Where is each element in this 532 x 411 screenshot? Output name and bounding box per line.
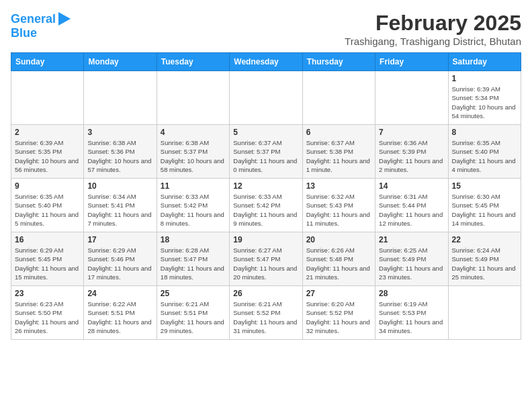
calendar-cell: 16Sunrise: 6:29 AM Sunset: 5:45 PM Dayli… — [11, 232, 84, 286]
cell-day-number: 17 — [87, 235, 152, 244]
cell-day-number: 28 — [379, 289, 444, 298]
logo-arrow-icon — [58, 12, 71, 26]
calendar-cell: 22Sunrise: 6:24 AM Sunset: 5:49 PM Dayli… — [448, 232, 521, 286]
calendar-cell — [448, 286, 521, 340]
calendar-cell: 4Sunrise: 6:38 AM Sunset: 5:37 PM Daylig… — [157, 125, 229, 179]
cell-info-text: Sunrise: 6:19 AM Sunset: 5:53 PM Dayligh… — [379, 300, 444, 335]
cell-day-number: 20 — [306, 235, 371, 244]
calendar-cell: 21Sunrise: 6:25 AM Sunset: 5:49 PM Dayli… — [375, 232, 448, 286]
calendar-week-row: 23Sunrise: 6:23 AM Sunset: 5:50 PM Dayli… — [11, 286, 521, 340]
calendar-cell: 17Sunrise: 6:29 AM Sunset: 5:46 PM Dayli… — [84, 232, 157, 286]
cell-day-number: 18 — [161, 235, 226, 244]
calendar-cell: 19Sunrise: 6:27 AM Sunset: 5:47 PM Dayli… — [230, 232, 302, 286]
cell-day-number: 26 — [233, 289, 298, 298]
calendar-cell: 3Sunrise: 6:38 AM Sunset: 5:36 PM Daylig… — [84, 125, 157, 179]
cell-day-number: 8 — [452, 128, 517, 137]
cell-info-text: Sunrise: 6:32 AM Sunset: 5:43 PM Dayligh… — [306, 192, 371, 228]
cell-info-text: Sunrise: 6:38 AM Sunset: 5:37 PM Dayligh… — [161, 138, 226, 174]
cell-day-number: 10 — [87, 181, 152, 191]
cell-info-text: Sunrise: 6:36 AM Sunset: 5:39 PM Dayligh… — [379, 138, 444, 174]
col-header-sunday: Sunday — [11, 53, 84, 71]
calendar-cell: 7Sunrise: 6:36 AM Sunset: 5:39 PM Daylig… — [375, 125, 448, 179]
cell-day-number: 12 — [233, 181, 298, 191]
cell-info-text: Sunrise: 6:33 AM Sunset: 5:42 PM Dayligh… — [161, 192, 226, 228]
calendar-cell: 28Sunrise: 6:19 AM Sunset: 5:53 PM Dayli… — [375, 286, 448, 340]
calendar-cell: 11Sunrise: 6:33 AM Sunset: 5:42 PM Dayli… — [157, 179, 229, 232]
cell-day-number: 9 — [15, 181, 80, 191]
calendar-title: February 2025 — [345, 11, 521, 36]
cell-info-text: Sunrise: 6:37 AM Sunset: 5:38 PM Dayligh… — [306, 138, 371, 174]
calendar-subtitle: Trashigang, Trashigang District, Bhutan — [345, 36, 521, 47]
cell-info-text: Sunrise: 6:20 AM Sunset: 5:52 PM Dayligh… — [306, 300, 371, 335]
logo: General Blue — [11, 11, 71, 40]
logo-blue-text: Blue — [11, 27, 37, 40]
calendar-header-row: SundayMondayTuesdayWednesdayThursdayFrid… — [11, 53, 521, 71]
page-header: General Blue February 2025 Trashigang, T… — [11, 11, 521, 47]
cell-info-text: Sunrise: 6:39 AM Sunset: 5:35 PM Dayligh… — [15, 138, 80, 174]
cell-day-number: 6 — [306, 128, 371, 137]
col-header-thursday: Thursday — [302, 53, 375, 71]
cell-info-text: Sunrise: 6:35 AM Sunset: 5:40 PM Dayligh… — [452, 138, 517, 174]
cell-day-number: 22 — [452, 235, 517, 244]
calendar-cell — [11, 71, 84, 125]
calendar-cell: 26Sunrise: 6:21 AM Sunset: 5:52 PM Dayli… — [230, 286, 302, 340]
cell-day-number: 25 — [161, 289, 226, 298]
cell-info-text: Sunrise: 6:34 AM Sunset: 5:41 PM Dayligh… — [87, 192, 152, 228]
cell-day-number: 19 — [233, 235, 298, 244]
calendar-cell — [84, 71, 157, 125]
calendar-cell: 2Sunrise: 6:39 AM Sunset: 5:35 PM Daylig… — [11, 125, 84, 179]
cell-day-number: 15 — [452, 181, 517, 191]
cell-info-text: Sunrise: 6:23 AM Sunset: 5:50 PM Dayligh… — [15, 300, 80, 335]
cell-day-number: 27 — [306, 289, 371, 298]
cell-info-text: Sunrise: 6:33 AM Sunset: 5:42 PM Dayligh… — [233, 192, 298, 228]
calendar-week-row: 9Sunrise: 6:35 AM Sunset: 5:40 PM Daylig… — [11, 179, 521, 232]
cell-info-text: Sunrise: 6:22 AM Sunset: 5:51 PM Dayligh… — [87, 300, 152, 335]
logo-text: General — [11, 13, 56, 26]
cell-info-text: Sunrise: 6:25 AM Sunset: 5:49 PM Dayligh… — [379, 246, 444, 281]
cell-info-text: Sunrise: 6:35 AM Sunset: 5:40 PM Dayligh… — [15, 192, 80, 228]
calendar-cell: 5Sunrise: 6:37 AM Sunset: 5:37 PM Daylig… — [230, 125, 302, 179]
calendar-week-row: 1Sunrise: 6:39 AM Sunset: 5:34 PM Daylig… — [11, 71, 521, 125]
calendar-cell — [230, 71, 302, 125]
calendar-cell: 14Sunrise: 6:31 AM Sunset: 5:44 PM Dayli… — [375, 179, 448, 232]
calendar-cell: 18Sunrise: 6:28 AM Sunset: 5:47 PM Dayli… — [157, 232, 229, 286]
calendar-week-row: 16Sunrise: 6:29 AM Sunset: 5:45 PM Dayli… — [11, 232, 521, 286]
calendar-cell: 10Sunrise: 6:34 AM Sunset: 5:41 PM Dayli… — [84, 179, 157, 232]
cell-day-number: 16 — [15, 235, 80, 244]
cell-info-text: Sunrise: 6:26 AM Sunset: 5:48 PM Dayligh… — [306, 246, 371, 281]
cell-day-number: 4 — [161, 128, 226, 137]
cell-info-text: Sunrise: 6:37 AM Sunset: 5:37 PM Dayligh… — [233, 138, 298, 174]
calendar-cell: 20Sunrise: 6:26 AM Sunset: 5:48 PM Dayli… — [302, 232, 375, 286]
cell-day-number: 11 — [161, 181, 226, 191]
cell-day-number: 7 — [379, 128, 444, 137]
calendar-cell — [302, 71, 375, 125]
cell-day-number: 24 — [87, 289, 152, 298]
cell-info-text: Sunrise: 6:27 AM Sunset: 5:47 PM Dayligh… — [233, 246, 298, 281]
calendar-cell — [157, 71, 229, 125]
calendar-cell — [375, 71, 448, 125]
calendar-cell: 13Sunrise: 6:32 AM Sunset: 5:43 PM Dayli… — [302, 179, 375, 232]
calendar-table: SundayMondayTuesdayWednesdayThursdayFrid… — [11, 52, 521, 340]
calendar-cell: 24Sunrise: 6:22 AM Sunset: 5:51 PM Dayli… — [84, 286, 157, 340]
col-header-saturday: Saturday — [448, 53, 521, 71]
calendar-cell: 25Sunrise: 6:21 AM Sunset: 5:51 PM Dayli… — [157, 286, 229, 340]
calendar-cell: 6Sunrise: 6:37 AM Sunset: 5:38 PM Daylig… — [302, 125, 375, 179]
cell-day-number: 2 — [15, 128, 80, 137]
col-header-monday: Monday — [84, 53, 157, 71]
calendar-cell: 9Sunrise: 6:35 AM Sunset: 5:40 PM Daylig… — [11, 179, 84, 232]
calendar-cell: 1Sunrise: 6:39 AM Sunset: 5:34 PM Daylig… — [448, 71, 521, 125]
col-header-wednesday: Wednesday — [230, 53, 302, 71]
calendar-cell: 15Sunrise: 6:30 AM Sunset: 5:45 PM Dayli… — [448, 179, 521, 232]
cell-info-text: Sunrise: 6:29 AM Sunset: 5:45 PM Dayligh… — [15, 246, 80, 281]
svg-marker-0 — [58, 12, 71, 26]
cell-info-text: Sunrise: 6:21 AM Sunset: 5:52 PM Dayligh… — [233, 300, 298, 335]
cell-day-number: 14 — [379, 181, 444, 191]
cell-info-text: Sunrise: 6:31 AM Sunset: 5:44 PM Dayligh… — [379, 192, 444, 228]
cell-day-number: 3 — [87, 128, 152, 137]
cell-day-number: 1 — [452, 74, 517, 83]
cell-info-text: Sunrise: 6:21 AM Sunset: 5:51 PM Dayligh… — [161, 300, 226, 335]
calendar-week-row: 2Sunrise: 6:39 AM Sunset: 5:35 PM Daylig… — [11, 125, 521, 179]
col-header-friday: Friday — [375, 53, 448, 71]
cell-day-number: 13 — [306, 181, 371, 191]
cell-info-text: Sunrise: 6:39 AM Sunset: 5:34 PM Dayligh… — [452, 85, 517, 120]
